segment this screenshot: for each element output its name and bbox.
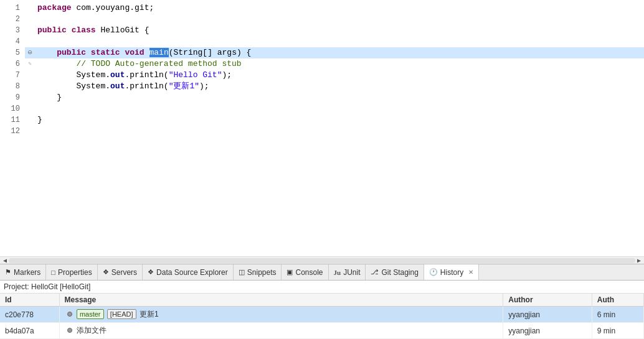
date-text-1: 6 min — [597, 310, 615, 319]
code-line-7: 7 System.out.println("Hello Git"); — [0, 70, 644, 81]
commit-author-2: yyangjian — [503, 323, 592, 339]
line-number-6: 6 — [0, 58, 25, 70]
code-container[interactable]: 1 package com.youyang.git; 2 3 public cl… — [0, 0, 644, 256]
commit-message-1: master [HEAD] 更新1 — [59, 307, 503, 323]
commit-date-1: 6 min — [592, 307, 643, 323]
line-number-5: 5 — [0, 47, 25, 58]
tab-history-close[interactable]: ✕ — [468, 269, 473, 276]
tab-markers-label: Markers — [14, 268, 40, 277]
line-gutter-6: ✎ — [25, 58, 35, 70]
tab-console[interactable]: ▣ Console — [282, 264, 328, 281]
col-header-id: Id — [0, 294, 59, 307]
commit-dot-2 — [67, 328, 72, 333]
code-line-2: 2 — [0, 14, 644, 25]
code-line-3: 3 public class HelloGit { — [0, 25, 644, 36]
author-text-1: yyangjian — [508, 310, 540, 319]
history-icon: 🕐 — [429, 268, 438, 276]
code-line-9: 9 } — [0, 92, 644, 103]
line-number-8: 8 — [0, 81, 25, 92]
line-number-7: 7 — [0, 70, 25, 81]
code-line-1: 1 package com.youyang.git; — [0, 2, 644, 14]
code-line-4: 4 — [0, 36, 644, 47]
bottom-panel: ⚑ Markers □ Properties ❖ Servers ❖ Data … — [0, 264, 644, 339]
commit-date-2: 9 min — [592, 323, 643, 339]
snippets-icon: ◫ — [239, 268, 245, 276]
tab-properties-label: Properties — [58, 268, 92, 277]
master-badge: master — [77, 309, 104, 319]
line-gutter-5: ⊖ — [25, 47, 35, 58]
tab-markers[interactable]: ⚑ Markers — [0, 264, 46, 281]
history-table: Id Message Author Auth c20e778 master [H… — [0, 294, 644, 339]
tab-gitstaging-label: Git Staging — [381, 268, 418, 277]
tabs-bar: ⚑ Markers □ Properties ❖ Servers ❖ Data … — [0, 264, 644, 281]
commit-id-2: b4da07a — [0, 323, 59, 339]
table-row[interactable]: b4da07a 添加文件 yyangjian 9 min — [0, 323, 644, 339]
line-content-8: System.out.println("更新1"); — [35, 81, 644, 92]
col-header-authdate: Auth — [592, 294, 643, 307]
line-content-11: } — [35, 114, 644, 126]
tab-console-label: Console — [295, 268, 323, 277]
scroll-left-arrow[interactable]: ◀ — [1, 257, 9, 264]
tab-history-label: History — [440, 268, 463, 277]
scrollbar-track[interactable] — [9, 258, 635, 263]
table-header-row: Id Message Author Auth — [0, 294, 644, 307]
table-row[interactable]: c20e778 master [HEAD] 更新1 yyangjian 6 mi… — [0, 307, 644, 323]
line-content-3: public class HelloGit { — [35, 25, 644, 36]
tab-servers[interactable]: ❖ Servers — [98, 264, 143, 281]
properties-icon: □ — [51, 269, 55, 276]
commit-author-1: yyangjian — [503, 307, 592, 323]
panel-content: Project: HelloGit [HelloGit] Id Message … — [0, 281, 644, 339]
line-content-9: } — [35, 92, 644, 103]
tab-gitstaging[interactable]: ⎇ Git Staging — [366, 264, 424, 281]
line-number-4: 4 — [0, 36, 25, 47]
tab-junit-label: JUnit — [343, 268, 360, 277]
line-number-3: 3 — [0, 25, 25, 36]
project-label: Project: HelloGit [HelloGit] — [0, 281, 644, 294]
gitstaging-icon: ⎇ — [371, 268, 379, 276]
tab-snippets-label: Snippets — [247, 268, 277, 277]
junit-icon: Ju — [334, 269, 341, 276]
line-content-7: System.out.println("Hello Git"); — [35, 70, 644, 81]
tab-datasource[interactable]: ❖ Data Source Explorer — [143, 264, 234, 281]
console-icon: ▣ — [286, 268, 293, 276]
line-number-10: 10 — [0, 103, 25, 114]
servers-icon: ❖ — [103, 268, 109, 276]
scroll-right-arrow[interactable]: ▶ — [635, 257, 643, 264]
line-content-1: package com.youyang.git; — [35, 2, 644, 14]
code-line-11: 11 } — [0, 114, 644, 126]
date-text-2: 9 min — [597, 327, 615, 335]
tab-snippets[interactable]: ◫ Snippets — [234, 264, 282, 281]
commit-dot-1 — [67, 312, 72, 317]
editor-horizontal-scrollbar[interactable]: ◀ ▶ — [0, 256, 644, 264]
code-line-10: 10 — [0, 103, 644, 114]
commit-message-2: 添加文件 — [59, 323, 503, 339]
commit-id-text-1: c20e778 — [5, 310, 34, 319]
tab-junit[interactable]: Ju JUnit — [329, 264, 366, 281]
tab-datasource-label: Data Source Explorer — [156, 268, 228, 277]
col-header-message: Message — [59, 294, 503, 307]
commit-id-text-2: b4da07a — [5, 327, 34, 335]
line-number-2: 2 — [0, 14, 25, 25]
markers-icon: ⚑ — [5, 268, 11, 276]
tab-history[interactable]: 🕐 History ✕ — [424, 264, 479, 281]
code-line-8: 8 System.out.println("更新1"); — [0, 81, 644, 92]
line-number-1: 1 — [0, 2, 25, 14]
tab-servers-label: Servers — [111, 268, 137, 277]
commit-msg-text-2: 添加文件 — [77, 326, 107, 335]
line-number-11: 11 — [0, 114, 25, 126]
code-line-5: 5 ⊖ public static void main(String[] arg… — [0, 47, 644, 58]
col-header-author: Author — [503, 294, 592, 307]
line-content-6: // TODO Auto-generated method stub — [35, 58, 644, 70]
commit-msg-text-1: 更新1 — [140, 310, 159, 318]
line-number-12: 12 — [0, 126, 25, 137]
editor-area: 1 package com.youyang.git; 2 3 public cl… — [0, 0, 644, 264]
datasource-icon: ❖ — [148, 268, 154, 276]
head-badge: [HEAD] — [107, 309, 136, 319]
code-line-12: 12 — [0, 126, 644, 137]
code-line-6: 6 ✎ // TODO Auto-generated method stub — [0, 58, 644, 70]
author-text-2: yyangjian — [508, 327, 540, 335]
commit-id-1: c20e778 — [0, 307, 59, 323]
tab-properties[interactable]: □ Properties — [46, 264, 97, 281]
line-number-9: 9 — [0, 92, 25, 103]
line-content-5: public static void main(String[] args) { — [35, 47, 644, 58]
